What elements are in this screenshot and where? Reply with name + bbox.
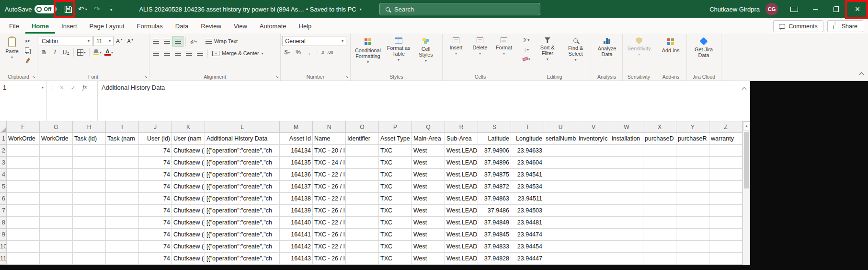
cell-T6[interactable]: 23.94511 — [511, 193, 544, 205]
column-header-S[interactable]: S — [478, 121, 511, 133]
row-header-11[interactable]: 11 — [0, 253, 7, 265]
cell-L4[interactable]: [{"operation":"create","ch — [205, 169, 280, 181]
cell-L11[interactable]: [{"operation":"create","ch — [205, 253, 280, 265]
cell-K9[interactable]: Chutkaew ( — [172, 229, 205, 241]
cell-Z11[interactable] — [709, 253, 742, 265]
cell-N5[interactable]: TXC - 26 / I — [313, 181, 346, 193]
tab-automate[interactable]: Automate — [253, 18, 293, 34]
cell-Q8[interactable]: West — [412, 217, 445, 229]
cell-I11[interactable] — [106, 253, 139, 265]
cell-M9[interactable]: 164141 — [280, 229, 313, 241]
cell-Y4[interactable] — [676, 169, 709, 181]
column-header-X[interactable]: X — [643, 121, 676, 133]
cell-N9[interactable]: TXC - 26 / I — [313, 229, 346, 241]
cell-H2[interactable] — [73, 145, 106, 157]
paste-button[interactable]: Paste ▾ — [1, 35, 23, 72]
row-header-8[interactable]: 8 — [0, 217, 7, 229]
user-avatar[interactable]: CG — [765, 3, 778, 15]
column-header-I[interactable]: I — [106, 121, 139, 133]
cell-N1[interactable]: Name — [313, 133, 346, 145]
document-title[interactable]: ALIS 20240528 104236 asset history try p… — [139, 6, 361, 13]
cell-G2[interactable] — [40, 145, 73, 157]
column-header-W[interactable]: W — [610, 121, 643, 133]
decrease-font-size-button[interactable]: A▼ — [126, 36, 136, 46]
cell-M11[interactable]: 164143 — [280, 253, 313, 265]
percent-style-button[interactable]: % — [293, 47, 303, 57]
tab-help[interactable]: Help — [293, 18, 318, 34]
cell-L10[interactable]: [{"operation":"create","ch — [205, 241, 280, 253]
bottom-align-button[interactable] — [173, 36, 183, 46]
cell-X6[interactable] — [643, 193, 676, 205]
cell-U5[interactable] — [544, 181, 577, 193]
cell-F2[interactable] — [7, 145, 40, 157]
cell-I9[interactable] — [106, 229, 139, 241]
cell-T2[interactable]: 23.94633 — [511, 145, 544, 157]
cell-Z10[interactable] — [709, 241, 742, 253]
cell-R5[interactable]: West.LEAD — [445, 181, 478, 193]
cell-I10[interactable] — [106, 241, 139, 253]
cell-J8[interactable]: 74 — [139, 217, 172, 229]
cell-P7[interactable]: TXC — [379, 205, 412, 217]
cell-W10[interactable] — [610, 241, 643, 253]
column-header-G[interactable]: G — [40, 121, 73, 133]
cell-W6[interactable] — [610, 193, 643, 205]
cell-J9[interactable]: 74 — [139, 229, 172, 241]
formula-input[interactable]: Additional History Data — [98, 81, 738, 121]
cell-N2[interactable]: TXC - 20 / I — [313, 145, 346, 157]
cell-F7[interactable] — [7, 205, 40, 217]
cell-R3[interactable]: West.LEAD — [445, 157, 478, 169]
cell-Z9[interactable] — [709, 229, 742, 241]
cell-styles-button[interactable]: Cell Styles ▾ — [413, 35, 438, 72]
cell-R8[interactable]: West.LEAD — [445, 217, 478, 229]
cell-W7[interactable] — [610, 205, 643, 217]
vertical-scrollbar[interactable]: ▲ — [742, 121, 750, 265]
cell-P10[interactable]: TXC — [379, 241, 412, 253]
comma-style-button[interactable]: , — [304, 47, 314, 57]
cell-P5[interactable]: TXC — [379, 181, 412, 193]
cell-X7[interactable] — [643, 205, 676, 217]
tab-file[interactable]: File — [3, 18, 25, 34]
cell-V5[interactable] — [577, 181, 610, 193]
cell-K10[interactable]: Chutkaew ( — [172, 241, 205, 253]
tab-view[interactable]: View — [228, 18, 253, 34]
cell-T1[interactable]: Longitude — [511, 133, 544, 145]
cell-N4[interactable]: TXC - 22 / I — [313, 169, 346, 181]
cell-G10[interactable] — [40, 241, 73, 253]
cell-W3[interactable] — [610, 157, 643, 169]
format-as-table-button[interactable]: Format as Table ▾ — [384, 35, 413, 72]
cell-X3[interactable] — [643, 157, 676, 169]
column-header-L[interactable]: L — [205, 121, 280, 133]
cell-U2[interactable] — [544, 145, 577, 157]
cell-N7[interactable]: TXC - 26 / I — [313, 205, 346, 217]
cell-R9[interactable]: West.LEAD — [445, 229, 478, 241]
cell-L5[interactable]: [{"operation":"create","ch — [205, 181, 280, 193]
decrease-decimal-button[interactable]: .00→ — [326, 47, 339, 57]
cell-G11[interactable] — [40, 253, 73, 265]
cell-J10[interactable]: 74 — [139, 241, 172, 253]
row-header-6[interactable]: 6 — [0, 193, 7, 205]
cell-I7[interactable] — [106, 205, 139, 217]
cell-K2[interactable]: Chutkaew ( — [172, 145, 205, 157]
cell-U3[interactable] — [544, 157, 577, 169]
cell-Z3[interactable] — [709, 157, 742, 169]
cell-V2[interactable] — [577, 145, 610, 157]
cell-Y7[interactable] — [676, 205, 709, 217]
cell-U11[interactable] — [544, 253, 577, 265]
cell-S2[interactable]: 37.94906 — [478, 145, 511, 157]
cell-X2[interactable] — [643, 145, 676, 157]
cell-H3[interactable] — [73, 157, 106, 169]
cell-S4[interactable]: 37.94875 — [478, 169, 511, 181]
cell-U9[interactable] — [544, 229, 577, 241]
cell-T3[interactable]: 23.94604 — [511, 157, 544, 169]
sensitivity-button[interactable]: Sensitivity ▾ — [624, 35, 654, 72]
copy-button[interactable] — [23, 46, 33, 56]
tab-review[interactable]: Review — [194, 18, 228, 34]
formula-bar-handle[interactable]: ⋮ — [47, 82, 56, 91]
number-dialog-launcher-icon[interactable]: ↘ — [345, 75, 349, 79]
cell-X10[interactable] — [643, 241, 676, 253]
cell-Q7[interactable]: West — [412, 205, 445, 217]
cell-N10[interactable]: TXC - 22 / I — [313, 241, 346, 253]
cell-G3[interactable] — [40, 157, 73, 169]
scrollbar-thumb[interactable] — [744, 132, 749, 188]
cell-Q5[interactable]: West — [412, 181, 445, 193]
